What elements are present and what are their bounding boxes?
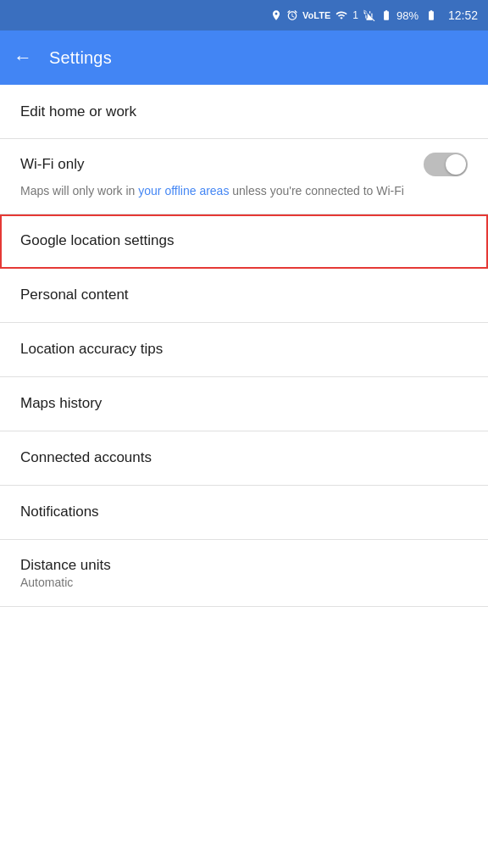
- menu-item-personal-content[interactable]: Personal content: [0, 269, 488, 323]
- wifi-only-label: Wi-Fi only: [20, 156, 85, 173]
- personal-content-label: Personal content: [20, 287, 129, 303]
- volte-icon: VoLTE: [302, 10, 330, 20]
- google-location-settings-label: Google location settings: [20, 232, 174, 249]
- app-bar-title: Settings: [49, 48, 112, 68]
- menu-item-wifi-only[interactable]: Wi-Fi only Maps will only work in your o…: [0, 139, 488, 214]
- connected-accounts-label: Connected accounts: [20, 449, 152, 466]
- battery-percent: 98%: [396, 9, 419, 22]
- edit-home-work-label: Edit home or work: [20, 103, 136, 120]
- wifi-description-text1: Maps will only work in: [20, 184, 138, 198]
- back-button[interactable]: ←: [14, 47, 32, 69]
- signal-icon-1: [363, 9, 376, 21]
- maps-history-label: Maps history: [20, 395, 102, 412]
- distance-units-content: Distance units Automatic: [20, 557, 111, 589]
- status-bar: VoLTE 1 98% 12:52: [0, 0, 488, 31]
- wifi-offline-areas-link[interactable]: your offline areas: [138, 184, 229, 198]
- menu-item-connected-accounts[interactable]: Connected accounts: [0, 431, 488, 486]
- notification-badge: 1: [352, 9, 358, 21]
- location-icon: [270, 9, 282, 21]
- location-accuracy-tips-label: Location accuracy tips: [20, 341, 163, 358]
- menu-item-location-accuracy-tips[interactable]: Location accuracy tips: [0, 323, 488, 377]
- menu-item-distance-units[interactable]: Distance units Automatic: [0, 540, 488, 607]
- menu-item-maps-history[interactable]: Maps history: [0, 377, 488, 431]
- app-bar: ← Settings: [0, 31, 488, 85]
- wifi-only-description: Maps will only work in your offline area…: [20, 183, 468, 200]
- menu-item-google-location-settings[interactable]: Google location settings: [0, 214, 488, 269]
- notifications-label: Notifications: [20, 504, 99, 520]
- distance-units-sublabel: Automatic: [20, 576, 111, 589]
- menu-item-notifications[interactable]: Notifications: [0, 486, 488, 540]
- wifi-only-toggle[interactable]: [424, 153, 468, 176]
- settings-content: Edit home or work Wi-Fi only Maps will o…: [0, 85, 488, 607]
- wifi-icon: [335, 9, 348, 21]
- status-time: 12:52: [448, 8, 478, 22]
- alarm-icon: [286, 9, 298, 21]
- menu-item-edit-home-work[interactable]: Edit home or work: [0, 85, 488, 139]
- battery-icon: [423, 9, 440, 21]
- distance-units-label: Distance units: [20, 557, 111, 574]
- signal-icon-2: [380, 9, 392, 21]
- status-icons: VoLTE 1 98%: [270, 9, 440, 22]
- wifi-description-text2: unless you're connected to Wi-Fi: [229, 184, 404, 198]
